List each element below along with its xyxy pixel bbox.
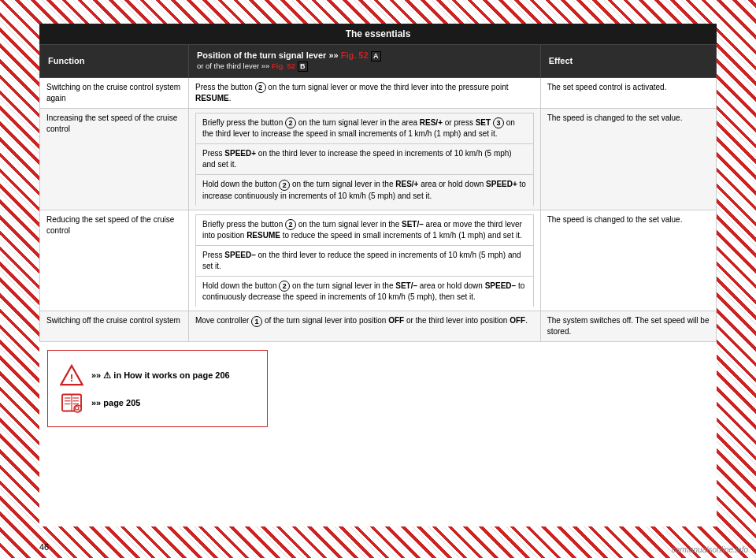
table-row: Increasing the set speed of the cruise c… <box>40 108 717 210</box>
page-container: The essentials Function Position of the … <box>39 24 717 526</box>
effect-cell: The speed is changed to the set value. <box>540 210 716 311</box>
effect-cell: The set speed control is activated. <box>540 77 716 108</box>
description-cell: Briefly press the button 2 on the turn s… <box>188 108 540 210</box>
function-cell: Increasing the set speed of the cruise c… <box>40 108 189 210</box>
warning-icon: ! <box>60 363 83 387</box>
table-row: Switching on the cruise control system a… <box>40 77 717 108</box>
table-row: Switching off the cruise control system … <box>40 311 717 342</box>
warning-note: ! »» ⚠ in How it works on page 206 <box>60 363 255 387</box>
function-cell: Switching on the cruise control system a… <box>40 77 189 108</box>
col-header-function: Function <box>40 45 189 78</box>
function-cell: Reducing the set speed of the cruise con… <box>40 210 189 311</box>
book-text: »» page 205 <box>91 398 140 407</box>
description-cell: Briefly press the button 2 on the turn s… <box>188 210 540 311</box>
table-row: Reducing the set speed of the cruise con… <box>40 210 717 311</box>
warning-text: »» ⚠ in How it works on page 206 <box>91 370 230 381</box>
description-cell: Press the button 2 on the turn signal le… <box>188 77 540 108</box>
page-title: The essentials <box>39 24 717 44</box>
watermark: carmanualsonline.info <box>672 545 748 554</box>
main-table: Function Position of the turn signal lev… <box>39 44 717 342</box>
col-header-position: Position of the turn signal lever »» Fig… <box>188 45 540 78</box>
note-box: ! »» ⚠ in How it works on page 206 »» pa… <box>47 350 268 427</box>
effect-cell: The system switches off. The set speed w… <box>540 311 716 342</box>
function-cell: Switching off the cruise control system <box>40 311 189 342</box>
effect-cell: The speed is changed to the set value. <box>540 108 716 210</box>
page-number: 46 <box>39 542 49 552</box>
book-note: »» page 205 <box>60 392 255 414</box>
book-icon <box>60 392 83 414</box>
description-cell: Move controller 1 of the turn signal lev… <box>188 311 540 342</box>
svg-text:!: ! <box>70 372 74 384</box>
col-header-effect: Effect <box>540 45 716 78</box>
